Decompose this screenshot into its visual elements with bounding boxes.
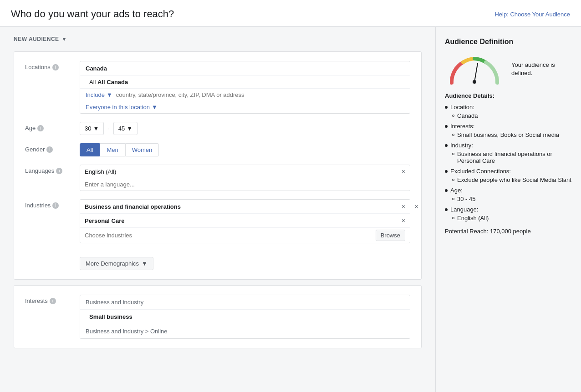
locations-label: Locations i [25,61,80,70]
language-tag: English (All) [85,168,402,175]
age-sub-list: 30 - 45 [445,196,572,202]
industry-tag-row-2: Personal Care × [80,214,410,228]
detail-industry: Industry: [445,142,572,149]
excluded-sub-list: Exclude people who like Social Media Sla… [445,176,572,183]
everyone-location-dropdown[interactable]: Everyone in this location ▼ [80,101,410,113]
location-box: Canada All All Canada Include ▼ [80,61,410,114]
age-max-chevron-icon: ▼ [127,125,133,132]
sub-circle-location-icon [452,115,454,117]
age-min-dropdown[interactable]: 30 ▼ [80,122,104,135]
interest-subcategory: Business and industry > Online [80,324,410,338]
age-controls: 30 ▼ - 45 ▼ [80,122,410,135]
gender-men-button[interactable]: Men [100,143,125,156]
detail-language-section: Language: English (All) [445,206,572,221]
age-row: Age i 30 ▼ - 45 ▼ [25,122,410,135]
interest-item: Small business [80,310,410,324]
form-section-locations: Locations i Canada All All Canada Includ… [14,51,422,280]
industry-search-input[interactable] [85,232,376,239]
audience-details: Audience Details: Location: Canada [445,92,572,235]
more-demographics-button[interactable]: More Demographics ▼ [80,257,153,270]
page-wrapper: Who do you want your ads to reach? Help:… [0,0,581,392]
language-remove-icon[interactable]: × [402,168,405,175]
sub-circle-interests-icon [452,134,454,136]
include-chevron-icon: ▼ [107,91,112,98]
detail-excluded-section: Excluded Connections: Exclude people who… [445,168,572,183]
everyone-chevron-icon: ▼ [152,104,158,111]
sub-circle-age-icon [452,198,454,200]
detail-age-section: Age: 30 - 45 [445,187,572,202]
interests-box: Business and industry Small business Bus… [80,295,410,339]
gender-buttons: All Men Women [80,143,410,156]
languages-info-icon[interactable]: i [56,168,62,174]
age-field: 30 ▼ - 45 ▼ [80,122,410,135]
industries-box: Business and financial operations × Pers… [80,199,410,243]
gender-all-button[interactable]: All [80,143,100,156]
gender-info-icon[interactable]: i [46,146,53,153]
gauge-container: Specific Broad Your audience isdefined. [445,53,572,85]
interests-info-icon[interactable]: i [50,298,56,304]
more-demographics-field: More Demographics ▼ [80,251,410,270]
bullet-excluded-icon [445,170,448,173]
content-area: NEW AUDIENCE ▼ Locations i Canada All Al… [0,27,581,392]
industry-input-row: Browse [80,228,410,243]
industries-field: Business and financial operations × Pers… [80,199,410,243]
form-section-interests: Interests i Business and industry Small … [14,285,422,348]
gender-women-button[interactable]: Women [125,143,159,156]
excluded-value: Exclude people who like Social Media Sla… [452,176,572,183]
detail-interests: Interests: [445,123,572,130]
location-search-input[interactable] [116,91,404,98]
interests-row: Interests i Business and industry Small … [25,295,410,339]
languages-field: English (All) × [80,165,410,191]
interests-value: Small business, Books or Social media [452,131,572,138]
chevron-down-icon[interactable]: ▼ [62,36,67,42]
industry-sub-list: Business and financial operations or Per… [445,151,572,164]
sub-circle-language-icon [452,217,454,219]
age-max-dropdown[interactable]: 45 ▼ [113,122,138,135]
locations-row: Locations i Canada All All Canada Includ… [25,61,410,114]
bullet-interests-icon [445,125,448,128]
sub-circle-excluded-icon [452,179,454,181]
detail-language: Language: [445,206,572,213]
industry-1-remove-icon[interactable]: × [402,203,405,210]
industries-row: Industries i Business and financial oper… [25,199,410,243]
languages-label: Languages i [25,165,80,174]
include-dropdown[interactable]: Include ▼ [86,91,112,98]
browse-industries-button[interactable]: Browse [376,230,405,241]
more-demographics-row: More Demographics ▼ [25,251,410,270]
location-sub-list: Canada [445,112,572,119]
bullet-location-icon [445,106,448,109]
audience-details-title: Audience Details: [445,92,572,99]
sidebar-panel: Audience Definition [435,27,581,392]
more-demo-chevron-icon: ▼ [142,260,148,267]
help-link[interactable]: Help: Choose Your Audience [494,11,570,18]
industry-tag-1: Business and financial operations [85,203,402,210]
locations-field: Canada All All Canada Include ▼ [80,61,410,114]
svg-point-1 [473,80,476,84]
age-value: 30 - 45 [452,196,572,202]
gauge-svg: Specific Broad [445,53,504,85]
detail-age: Age: [445,187,572,194]
language-input[interactable] [80,178,410,191]
gauge-wrap: Specific Broad [445,53,504,85]
industries-field-wrapper: Business and financial operations × Pers… [80,199,410,243]
age-info-icon[interactable]: i [37,125,44,131]
language-tag-row: English (All) × [80,165,410,178]
industries-delete-icon[interactable]: × [415,203,418,210]
industry-tag-2: Personal Care [85,217,402,224]
age-label: Age i [25,122,80,131]
location-input-row: Include ▼ [80,88,410,101]
potential-reach: Potential Reach: 170,000 people [445,228,572,235]
bullet-language-icon [445,208,448,211]
interest-category: Business and industry [80,295,410,310]
audience-bar: NEW AUDIENCE ▼ [14,36,422,42]
age-min-chevron-icon: ▼ [93,125,99,132]
bullet-industry-icon [445,144,448,147]
locations-info-icon[interactable]: i [52,64,59,70]
interests-sub-list: Small business, Books or Social media [445,131,572,138]
gender-field: All Men Women [80,143,410,156]
main-panel: NEW AUDIENCE ▼ Locations i Canada All Al… [0,27,435,392]
gender-row: Gender i All Men Women [25,143,410,156]
industry-2-remove-icon[interactable]: × [402,217,405,224]
industries-info-icon[interactable]: i [52,202,59,209]
location-region: All All Canada [80,76,410,88]
